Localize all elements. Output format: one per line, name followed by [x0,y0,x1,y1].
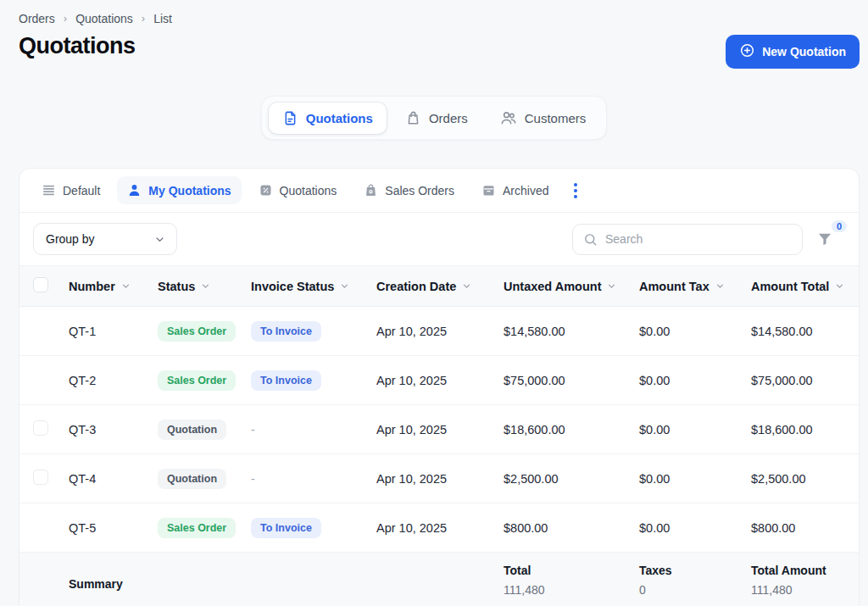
status-badge: Sales Order [158,370,236,391]
invoice-status-badge: To Invoice [251,321,321,342]
status-badge: Quotation [158,469,226,489]
filter-button[interactable]: 0 [816,231,833,247]
view-tab-bar: Default My Quotations Quotations Sales O… [19,169,859,213]
quotations-card: Default My Quotations Quotations Sales O… [19,168,860,606]
column-header-creation-date[interactable]: Creation Date [376,280,504,293]
filter-count-badge: 0 [832,220,847,232]
untaxed-amount: $2,500.00 [504,472,639,486]
view-tab-quotations-label: Quotations [280,184,337,197]
tab-orders[interactable]: Orders [392,103,481,134]
view-tab-quotations[interactable]: Quotations [248,176,348,204]
quotation-number: QT-5 [69,521,158,535]
amount-total: $75,000.00 [751,374,859,387]
group-by-label: Group by [46,232,95,246]
quotations-page: Orders › Quotations › List Quotations Ne… [0,0,868,606]
breadcrumb-orders[interactable]: Orders [19,12,55,25]
chevron-down-icon [120,281,131,292]
document-icon [282,110,298,126]
untaxed-amount: $18,600.00 [504,423,639,436]
tab-orders-label: Orders [429,111,468,125]
row-checkbox[interactable] [33,420,48,436]
view-tab-archived[interactable]: Archived [471,176,559,204]
more-options-icon[interactable] [565,178,586,203]
amount-total: $14,580.00 [751,325,859,338]
column-header-status[interactable]: Status [158,280,251,293]
invoice-status-badge: - [251,423,255,436]
page-title: Quotations [19,33,136,59]
tab-quotations[interactable]: Quotations [269,103,387,134]
amount-total: $800.00 [751,521,859,535]
summary-label: Summary [69,577,251,591]
chevron-down-icon [200,281,211,292]
entity-tab-bar: Quotations Orders Customers [261,96,608,140]
breadcrumb-list: List [153,12,172,25]
percent-square-icon [259,183,273,197]
invoice-status-badge: To Invoice [251,370,321,391]
users-icon [500,109,517,126]
archive-icon [481,183,496,197]
search-icon [583,232,598,247]
creation-date: Apr 10, 2025 [376,374,504,387]
chevron-down-icon [461,281,472,292]
bag-filled-icon [364,183,378,197]
table-row[interactable]: QT-4 Quotation - Apr 10, 2025 $2,500.00 … [19,454,859,503]
view-tab-sales-orders-label: Sales Orders [385,184,454,197]
view-tab-archived-label: Archived [503,184,548,197]
search-input[interactable] [605,232,792,246]
untaxed-amount: $14,580.00 [504,325,639,338]
list-icon [42,183,56,197]
tab-quotations-label: Quotations [306,111,373,125]
table-toolbar: Group by 0 [19,213,859,266]
column-header-invoice-status[interactable]: Invoice Status [251,280,376,293]
creation-date: Apr 10, 2025 [376,472,504,486]
amount-tax: $0.00 [639,472,751,486]
amount-tax: $0.00 [639,423,751,436]
table-header-row: Number Status Invoice Status Creation Da… [19,266,859,307]
column-header-amount-total[interactable]: Amount Total [751,280,859,293]
creation-date: Apr 10, 2025 [376,521,504,535]
chevron-down-icon [606,281,617,292]
column-header-untaxed-amount[interactable]: Untaxed Amount [504,280,639,293]
column-header-amount-tax[interactable]: Amount Tax [639,280,751,293]
view-tab-sales-orders[interactable]: Sales Orders [353,176,465,204]
invoice-status-badge: To Invoice [251,518,321,538]
shopping-bag-icon [405,110,421,126]
untaxed-amount: $75,000.00 [504,374,639,387]
table-row[interactable]: QT-3 Quotation - Apr 10, 2025 $18,600.00… [19,405,859,454]
group-by-select[interactable]: Group by [33,223,177,255]
breadcrumb-quotations[interactable]: Quotations [75,12,133,25]
table-row[interactable]: QT-5 Sales Order To Invoice Apr 10, 2025… [19,503,859,553]
page-header: Orders › Quotations › List Quotations Ne… [0,0,868,69]
breadcrumb: Orders › Quotations › List [19,12,860,25]
quotation-number: QT-2 [69,374,158,387]
summary-total: Total 111,480 [504,564,639,597]
new-quotation-button[interactable]: New Quotation [726,35,860,69]
view-tab-default[interactable]: Default [31,176,110,204]
status-badge: Sales Order [158,518,236,538]
chevron-right-icon: › [142,12,145,25]
status-badge: Quotation [158,420,226,440]
status-badge: Sales Order [158,321,236,342]
select-all-checkbox[interactable] [33,277,48,292]
table-row[interactable]: QT-2 Sales Order To Invoice Apr 10, 2025… [19,356,859,405]
search-box [572,224,803,255]
plus-circle-icon [739,42,755,61]
chevron-down-icon [834,281,845,292]
table-row[interactable]: QT-1 Sales Order To Invoice Apr 10, 2025… [19,307,859,356]
chevron-right-icon: › [64,12,67,25]
column-header-number[interactable]: Number [69,280,158,293]
row-checkbox[interactable] [33,470,48,485]
view-tab-default-label: Default [63,184,100,197]
chevron-down-icon [153,233,166,246]
view-tab-my-quotations[interactable]: My Quotations [117,176,241,204]
quotation-number: QT-3 [69,423,158,436]
tab-customers[interactable]: Customers [487,102,600,134]
amount-tax: $0.00 [639,325,751,338]
summary-row: Summary Total 111,480 Taxes 0 Total Amou… [19,553,859,606]
filter-funnel-icon [816,231,833,247]
new-quotation-label: New Quotation [762,45,846,58]
amount-tax: $0.00 [639,374,751,387]
untaxed-amount: $800.00 [504,521,639,535]
summary-taxes: Taxes 0 [639,564,751,597]
invoice-status-badge: - [251,472,255,486]
